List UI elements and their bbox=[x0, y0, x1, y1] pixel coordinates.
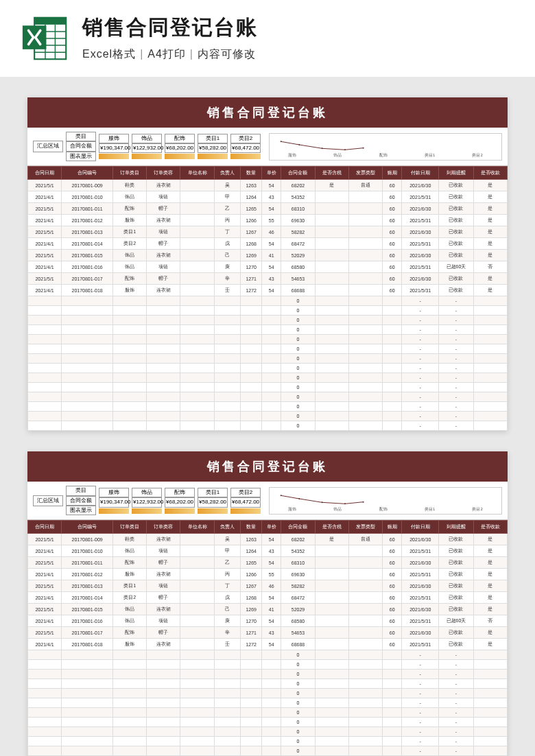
table-row: 2021/5/120170801-009鞋类连衣裙吴12635468202是普通… bbox=[28, 180, 508, 191]
table-row: 0-- bbox=[28, 373, 508, 383]
table-row: 2021/5/120170801-013类目1项链丁12674658282602… bbox=[28, 580, 508, 592]
bar-icon bbox=[99, 154, 129, 159]
summary-chart: 服饰饰品配饰类目1类目2 bbox=[269, 487, 502, 515]
table-row: 2021/4/120170801-014类目2帽子戊12685468472602… bbox=[28, 238, 508, 250]
svg-point-14 bbox=[281, 495, 282, 496]
svg-point-10 bbox=[298, 144, 300, 145]
svg-point-16 bbox=[322, 501, 323, 503]
column-header: 到期提醒 bbox=[439, 167, 473, 180]
spreadsheet-page: 销售合同登记台账 汇总区域 类目 合同金额 图表显示 服饰¥190,347.00… bbox=[27, 97, 508, 431]
bar-icon bbox=[132, 154, 162, 159]
table-row: 0-- bbox=[28, 650, 508, 660]
table-row: 2021/4/120170801-012服饰连衣裙丙12665569630602… bbox=[28, 215, 508, 226]
page-title: 销售合同登记台账 bbox=[82, 14, 514, 42]
table-row: 2021/5/120170801-013类目1项链丁12674658282602… bbox=[28, 226, 508, 238]
table-row: 0-- bbox=[28, 421, 508, 431]
column-header: 订单类目 bbox=[113, 521, 147, 534]
bar-icon bbox=[99, 508, 129, 514]
column-header: 发票类型 bbox=[348, 167, 382, 180]
summary-region-label: 汇总区域 bbox=[33, 141, 63, 152]
table-row: 2021/4/120170801-014类目2帽子戊12685468472602… bbox=[28, 592, 508, 604]
table-row: 0-- bbox=[28, 412, 508, 421]
summary-row-labels: 类目 合同金额 图表显示 bbox=[66, 132, 96, 161]
column-header: 单位名称 bbox=[180, 167, 214, 180]
svg-point-13 bbox=[363, 147, 364, 148]
column-header: 单价 bbox=[262, 167, 281, 180]
column-header: 合同编号 bbox=[62, 167, 113, 180]
table-row: 0-- bbox=[28, 746, 508, 756]
table-row: 2021/5/120170801-017配饰帽子辛127143546536020… bbox=[28, 627, 508, 639]
bar-icon bbox=[165, 154, 195, 159]
data-table: 合同日期合同编号订单类目订单类容单位名称负责人数量单价合同金额是否含税发票类型账… bbox=[27, 166, 508, 431]
table-row: 2021/4/120170801-016饰品项链庚127054685806020… bbox=[28, 261, 508, 273]
bar-icon bbox=[132, 508, 162, 514]
column-header: 发票类型 bbox=[348, 521, 382, 534]
table-row: 0-- bbox=[28, 689, 508, 698]
table-row: 2021/5/120170801-009鞋类连衣裙吴12635468202是普通… bbox=[28, 534, 508, 545]
table-row: 0-- bbox=[28, 296, 508, 306]
svg-point-15 bbox=[298, 498, 300, 499]
sub-editable: 内容可修改 bbox=[198, 48, 256, 60]
summary-category: 服饰¥190,347.00 bbox=[99, 488, 129, 514]
table-row: 0-- bbox=[28, 344, 508, 354]
table-row: 2021/5/120170801-015饰品连衣裙己12694152029602… bbox=[28, 604, 508, 615]
column-header: 单位名称 bbox=[180, 521, 214, 534]
column-header: 是否收款 bbox=[473, 521, 507, 534]
table-row: 0-- bbox=[28, 316, 508, 325]
table-row: 0-- bbox=[28, 660, 508, 670]
column-header: 是否收款 bbox=[473, 167, 507, 180]
bar-icon bbox=[230, 154, 261, 159]
column-header: 账期 bbox=[383, 167, 402, 180]
table-row: 2021/5/120170801-015饰品连衣裙己12694152029602… bbox=[28, 250, 508, 261]
table-row: 2021/4/120170801-016饰品项链庚127054685806020… bbox=[28, 615, 508, 627]
table-row: 0-- bbox=[28, 679, 508, 689]
summary-category: 饰品¥122,932.00 bbox=[132, 134, 162, 160]
summary-chart: 服饰饰品配饰类目1类目2 bbox=[269, 133, 502, 161]
column-header: 订单类容 bbox=[147, 167, 180, 180]
page-subtitle: Excel格式|A4打印|内容可修改 bbox=[82, 47, 514, 62]
summary-category: 服饰¥190,347.00 bbox=[99, 134, 129, 160]
sub-print: A4打印 bbox=[147, 48, 186, 60]
table-row: 0-- bbox=[28, 325, 508, 335]
column-header: 合同日期 bbox=[28, 167, 62, 180]
summary-region-label: 汇总区域 bbox=[33, 495, 63, 506]
page-header: 销售合同登记台账 Excel格式|A4打印|内容可修改 bbox=[0, 0, 535, 77]
summary-row-labels: 类目 合同金额 图表显示 bbox=[66, 486, 96, 515]
table-row: 2021/4/120170801-018服饰连衣裙壬12725468688602… bbox=[28, 285, 508, 296]
column-header: 付款日期 bbox=[402, 521, 439, 534]
table-row: 0-- bbox=[28, 392, 508, 402]
column-header: 是否含税 bbox=[315, 167, 348, 180]
svg-point-9 bbox=[281, 141, 282, 142]
summary-category: 饰品¥122,932.00 bbox=[132, 488, 162, 514]
data-table: 合同日期合同编号订单类目订单类容单位名称负责人数量单价合同金额是否含税发票类型账… bbox=[27, 520, 508, 756]
column-header: 付款日期 bbox=[402, 167, 439, 180]
table-row: 0-- bbox=[28, 708, 508, 718]
excel-icon bbox=[21, 14, 70, 63]
summary-row: 汇总区域 类目 合同金额 图表显示 服饰¥190,347.00饰品¥122,93… bbox=[27, 482, 508, 520]
svg-point-11 bbox=[322, 147, 323, 149]
summary-category: 配饰¥68,202.00 bbox=[165, 134, 195, 160]
column-header: 单价 bbox=[262, 521, 281, 534]
spreadsheet-page: 销售合同登记台账 汇总区域 类目 合同金额 图表显示 服饰¥190,347.00… bbox=[27, 451, 508, 756]
column-header: 负责人 bbox=[214, 167, 241, 180]
svg-rect-1 bbox=[34, 18, 66, 25]
header-text: 销售合同登记台账 Excel格式|A4打印|内容可修改 bbox=[82, 14, 514, 62]
column-header: 合同日期 bbox=[28, 521, 62, 534]
table-row: 2021/5/120170801-017配饰帽子辛127143546536020… bbox=[28, 273, 508, 285]
preview-area: 销售合同登记台账 汇总区域 类目 合同金额 图表显示 服饰¥190,347.00… bbox=[0, 77, 535, 756]
sub-format: Excel格式 bbox=[82, 48, 136, 60]
table-row: 0-- bbox=[28, 364, 508, 373]
table-row: 2021/4/120170801-018服饰连衣裙壬12725468688602… bbox=[28, 639, 508, 650]
svg-point-12 bbox=[344, 149, 346, 150]
column-header: 订单类目 bbox=[113, 167, 147, 180]
table-row: 0-- bbox=[28, 354, 508, 364]
summary-category: 类目1¥58,282.00 bbox=[198, 134, 228, 160]
column-header: 是否含税 bbox=[315, 521, 348, 534]
summary-category: 类目1¥58,282.00 bbox=[198, 488, 228, 514]
table-row: 0-- bbox=[28, 698, 508, 708]
svg-point-17 bbox=[344, 503, 346, 504]
bar-icon bbox=[230, 508, 261, 514]
summary-row: 汇总区域 类目 合同金额 图表显示 服饰¥190,347.00饰品¥122,93… bbox=[27, 128, 508, 166]
table-row: 2021/4/120170801-012服饰连衣裙丙12665569630602… bbox=[28, 569, 508, 580]
summary-category: 配饰¥68,202.00 bbox=[165, 488, 195, 514]
